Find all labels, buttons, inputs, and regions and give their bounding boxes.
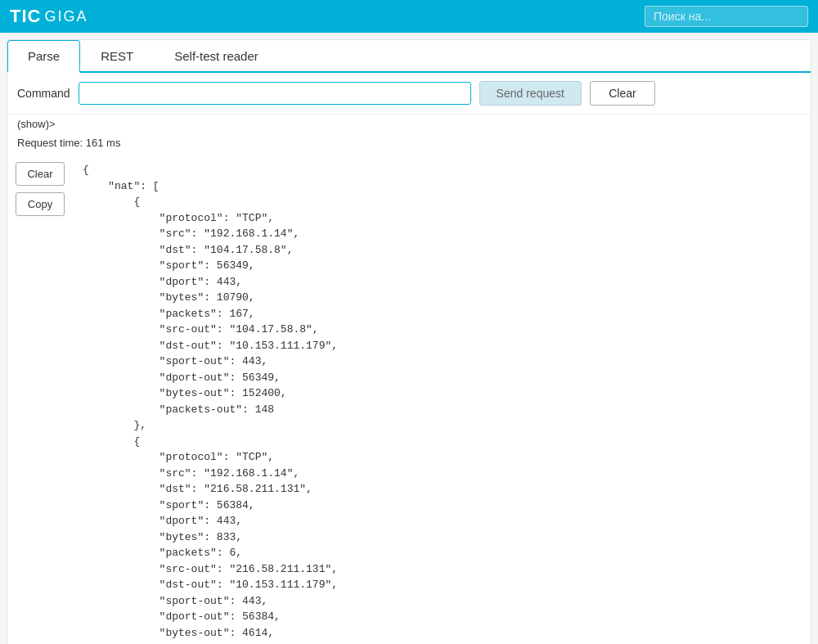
request-time-row: Request time: 161 ms (7, 133, 811, 155)
tabs-bar: Parse REST Self-test reader (7, 40, 811, 73)
json-output: { "nat": [ { "protocol": "TCP", "src": "… (73, 155, 811, 644)
header-left: TIC GIGA (10, 6, 88, 27)
search-input[interactable] (645, 6, 808, 27)
tab-rest[interactable]: REST (80, 40, 154, 71)
send-request-button[interactable]: Send request (479, 81, 582, 106)
tab-parse[interactable]: Parse (7, 40, 80, 73)
logo-tic: TIC (10, 6, 41, 27)
show-label: (show)> (17, 118, 56, 130)
command-label: Command (17, 87, 70, 100)
copy-side-button[interactable]: Copy (16, 192, 65, 216)
tab-self-test-reader[interactable]: Self-test reader (154, 40, 279, 71)
clear-side-button[interactable]: Clear (16, 162, 65, 186)
show-label-row: (show)> (7, 115, 811, 133)
command-row: Command Send request Clear (7, 73, 811, 115)
command-input[interactable] (79, 82, 471, 105)
side-buttons: Clear Copy (7, 155, 73, 644)
logo-giga: GIGA (44, 8, 88, 25)
main-container: Parse REST Self-test reader Command Send… (7, 39, 811, 644)
request-time-label: Request time: 161 ms (17, 137, 120, 149)
search-area (645, 6, 808, 27)
output-area: Clear Copy { "nat": [ { "protocol": "TCP… (7, 155, 811, 644)
clear-top-button[interactable]: Clear (590, 81, 655, 106)
header: TIC GIGA (0, 0, 818, 33)
